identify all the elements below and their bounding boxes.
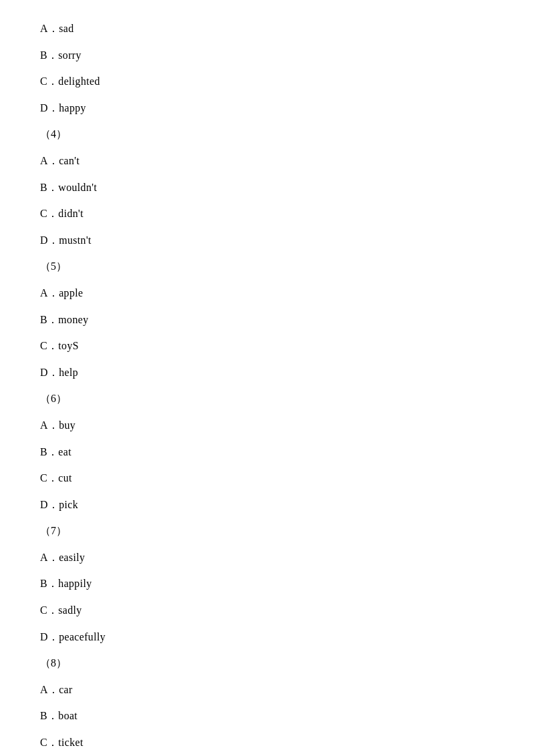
option-2-0[interactable]: A．apple bbox=[40, 285, 494, 302]
option-2-3[interactable]: D．help bbox=[40, 364, 494, 381]
option-2-1[interactable]: B．money bbox=[40, 311, 494, 329]
option-0-0[interactable]: A．sad bbox=[40, 20, 494, 37]
option-3-2[interactable]: C．cut bbox=[40, 469, 494, 487]
option-0-1[interactable]: B．sorry bbox=[40, 47, 494, 64]
option-0-2[interactable]: C．delighted bbox=[40, 73, 494, 90]
option-1-3[interactable]: D．mustn't bbox=[40, 232, 494, 249]
option-4-2[interactable]: C．sadly bbox=[40, 602, 494, 619]
option-1-0[interactable]: A．can't bbox=[40, 152, 494, 170]
section-label-3: （6） bbox=[40, 390, 494, 407]
option-1-2[interactable]: C．didn't bbox=[40, 205, 494, 222]
option-3-1[interactable]: B．eat bbox=[40, 443, 494, 461]
option-4-3[interactable]: D．peacefully bbox=[40, 628, 494, 646]
main-content: A．sadB．sorryC．delightedD．happy（4）A．can't… bbox=[0, 0, 534, 756]
option-5-1[interactable]: B．boat bbox=[40, 707, 494, 725]
option-4-0[interactable]: A．easily bbox=[40, 549, 494, 566]
option-3-3[interactable]: D．pick bbox=[40, 496, 494, 514]
option-4-1[interactable]: B．happily bbox=[40, 575, 494, 592]
option-3-0[interactable]: A．buy bbox=[40, 417, 494, 434]
section-label-5: （8） bbox=[40, 654, 494, 672]
option-1-1[interactable]: B．wouldn't bbox=[40, 179, 494, 196]
section-label-4: （7） bbox=[40, 522, 494, 540]
option-0-3[interactable]: D．happy bbox=[40, 100, 494, 117]
option-2-2[interactable]: C．toyS bbox=[40, 337, 494, 355]
option-5-2[interactable]: C．ticket bbox=[40, 734, 494, 751]
section-label-2: （5） bbox=[40, 258, 494, 275]
option-5-0[interactable]: A．car bbox=[40, 681, 494, 699]
section-label-1: （4） bbox=[40, 126, 494, 143]
